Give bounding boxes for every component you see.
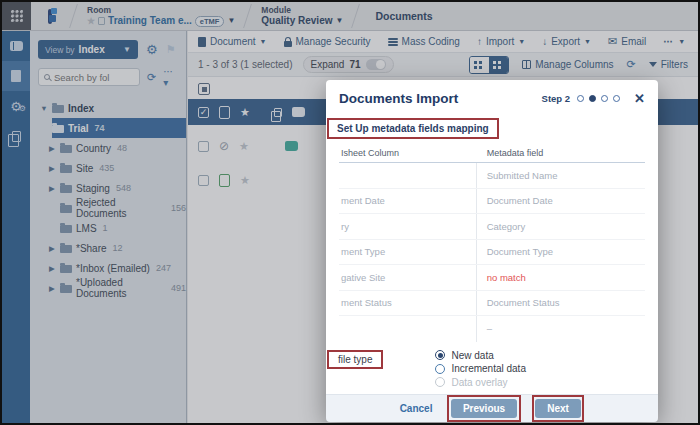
step-dot-4 — [613, 95, 620, 102]
mapping-row: – — [339, 316, 645, 342]
radio-new-data[interactable]: New data — [435, 350, 526, 361]
mapping-row: ment Date Document Date — [339, 189, 645, 215]
radio-icon — [435, 364, 445, 374]
mapping-row: Submitted Name — [339, 163, 645, 189]
mapping-row: ry Category — [339, 214, 645, 240]
no-match-value: no match — [477, 272, 645, 283]
mapping-row: ment Status Document Status — [339, 291, 645, 317]
mapping-row: gative Site no match — [339, 265, 645, 291]
previous-annotation-box: Previous — [447, 395, 520, 422]
close-icon[interactable]: ✕ — [634, 93, 645, 105]
file-type-label: file type — [327, 350, 383, 369]
modal-title: Documents Import — [339, 91, 458, 106]
step-dot-3 — [601, 95, 608, 102]
radio-incremental-data[interactable]: Incremental data — [435, 363, 526, 374]
modal-footer: Cancel Previous Next — [326, 394, 658, 422]
file-type-radio-group: New data Incremental data Data overlay — [435, 350, 526, 388]
mapping-table: Isheet Column Metadata field Submitted N… — [339, 148, 645, 342]
radio-disabled-icon — [435, 377, 445, 387]
step-label: Step 2 — [542, 93, 571, 104]
previous-button[interactable]: Previous — [451, 399, 517, 418]
documents-import-modal: Documents Import Step 2 ✕ Set Up metadat… — [326, 80, 658, 418]
step-dot-2 — [589, 95, 596, 102]
step-dot-1 — [577, 95, 584, 102]
cancel-button[interactable]: Cancel — [400, 403, 433, 414]
next-button[interactable]: Next — [535, 399, 581, 418]
column-header-isheet: Isheet Column — [339, 148, 477, 158]
mapping-row: ment Type Document Type — [339, 240, 645, 266]
app-window: Room ★ Training Team e... eTMF ▼ Module … — [0, 0, 700, 425]
next-annotation-box: Next — [532, 395, 585, 422]
step-indicator: Step 2 — [542, 93, 621, 104]
column-header-metadata: Metadata field — [477, 148, 645, 158]
modal-subtitle: Set Up metadata fields mapping — [327, 118, 499, 139]
radio-data-overlay[interactable]: Data overlay — [435, 377, 526, 388]
radio-selected-icon — [435, 350, 445, 360]
